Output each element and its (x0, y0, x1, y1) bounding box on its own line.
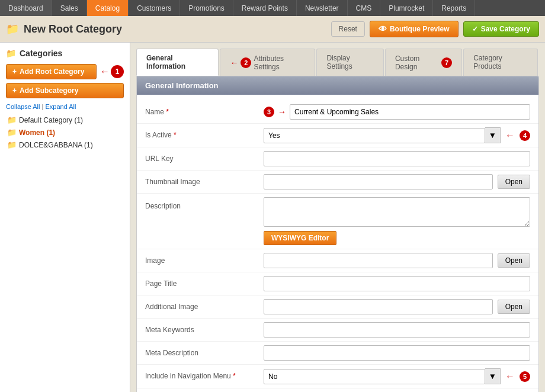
add-subcategory-button[interactable]: + Add Subcategory (6, 83, 124, 98)
url-key-input[interactable] (264, 151, 530, 166)
tab-display-settings[interactable]: Display Settings (316, 49, 384, 76)
nav-reward-points[interactable]: Reward Points (233, 0, 297, 16)
tree-item-dolce[interactable]: 📁 DOLCE&GABBANA (1) (6, 139, 124, 151)
form-row-additional-image: Additional Image Open (137, 295, 538, 319)
form-row-is-active: Is Active * Yes No ▼ ← 4 (137, 124, 538, 147)
annotation-1: 1 (111, 65, 124, 78)
nav-promotions[interactable]: Promotions (180, 0, 233, 16)
field-additional-image: Open (264, 299, 530, 314)
tab-custom-design[interactable]: Custom Design 7 (385, 49, 462, 76)
nav-sales[interactable]: Sales (52, 0, 87, 16)
tab-category-products[interactable]: Category Products (463, 49, 538, 76)
meta-keywords-input[interactable] (264, 322, 530, 338)
form-row-delivery-date: Estimated Delivery Date 📅 (137, 388, 538, 392)
meta-description-input[interactable] (264, 345, 530, 361)
form-container: General Information Name * 3 → (136, 76, 539, 392)
ann3-arrow: → (278, 107, 286, 117)
plus-icon-sub: + (12, 86, 17, 95)
add-root-category-button[interactable]: + Add Root Category (6, 64, 97, 79)
field-nav-menu: No Yes ▼ ← 5 (264, 368, 530, 384)
image-input[interactable] (264, 253, 493, 268)
label-description: Description (145, 197, 264, 210)
annotation-4: 4 (520, 130, 530, 141)
nav-menu-select[interactable]: No Yes (264, 369, 485, 384)
content-area: General Information ← 2 Attributes Setti… (130, 43, 545, 392)
form-row-meta-keywords: Meta Keywords (137, 319, 538, 342)
thumbnail-open-button[interactable]: Open (498, 175, 530, 189)
thumbnail-input[interactable] (264, 174, 493, 189)
header-bar: 📁 New Root Category Reset 👁 Boutique Pre… (0, 16, 545, 43)
page-title: 📁 New Root Category (6, 23, 122, 36)
collapse-expand-links: Collapse All | Expand All (6, 103, 124, 110)
annotation-2-arrow: ← (230, 58, 238, 68)
folder-icon-women: 📁 (7, 128, 17, 137)
header-actions: Reset 👁 Boutique Preview ✓ Save Category (331, 21, 539, 37)
nav-catalog[interactable]: Catalog (87, 0, 129, 16)
label-image: Image (145, 253, 264, 265)
form-row-thumbnail: Thumbnail Image Open (137, 171, 538, 194)
description-textarea[interactable] (264, 197, 530, 227)
field-is-active: Yes No ▼ ← 4 (264, 127, 530, 143)
nav-customers[interactable]: Customers (129, 0, 180, 16)
field-url-key (264, 151, 530, 166)
annotation-3: 3 (264, 107, 274, 117)
folder-icon-dolce: 📁 (7, 140, 17, 149)
eye-icon: 👁 (379, 24, 387, 34)
nav-reports[interactable]: Reports (433, 0, 475, 16)
folder-icon-default: 📁 (7, 115, 17, 124)
folder-icon: 📁 (6, 49, 16, 58)
nav-menu-dropdown-btn[interactable]: ▼ (485, 368, 501, 384)
additional-image-input[interactable] (264, 299, 493, 314)
tree-item-default[interactable]: 📁 Default Category (1) (6, 114, 124, 126)
collapse-all-link[interactable]: Collapse All (6, 103, 40, 110)
is-active-select[interactable]: Yes No (264, 128, 485, 143)
plus-icon: + (12, 68, 17, 76)
field-meta-keywords (264, 322, 530, 338)
nav-cms[interactable]: CMS (348, 0, 381, 16)
nav-newsletter[interactable]: Newsletter (297, 0, 348, 16)
nav-plumrocket[interactable]: Plumrocket (380, 0, 433, 16)
page-title-icon: 📁 (6, 23, 19, 36)
label-is-active: Is Active * (145, 127, 264, 139)
is-active-dropdown-btn[interactable]: ▼ (485, 127, 501, 143)
name-input[interactable] (290, 104, 530, 120)
checkmark-icon: ✓ (472, 25, 478, 33)
field-thumbnail: Open (264, 174, 530, 189)
sidebar: 📁 Categories + Add Root Category ← 1 + A… (0, 43, 130, 392)
tab-attributes-settings[interactable]: ← 2 Attributes Settings (220, 49, 315, 76)
tab-general-information[interactable]: General Information (136, 49, 219, 76)
form-row-image: Image Open (137, 249, 538, 272)
category-tree: 📁 Default Category (1) 📁 Women (1) 📁 DOL… (6, 114, 124, 151)
form-section-header: General Information (137, 76, 538, 95)
add-root-row: + Add Root Category ← 1 (6, 64, 124, 79)
form-body: Name * 3 → Is Active * (137, 95, 538, 392)
image-open-button[interactable]: Open (498, 253, 530, 268)
label-name: Name * (145, 104, 264, 116)
form-row-page-title: Page Title (137, 272, 538, 295)
top-nav: Dashboard Sales Catalog Customers Promot… (0, 0, 545, 16)
label-nav-menu: Include in Navigation Menu * (145, 368, 264, 380)
save-category-button[interactable]: ✓ Save Category (463, 21, 539, 37)
annotation-2: 2 (241, 57, 251, 68)
label-meta-description: Meta Description (145, 345, 264, 357)
field-name: 3 → (264, 104, 530, 120)
form-row-description: Description WYSIWYG Editor (137, 194, 538, 249)
field-page-title (264, 276, 530, 291)
form-row-meta-description: Meta Description (137, 342, 538, 365)
field-image: Open (264, 253, 530, 268)
form-row-url-key: URL Key (137, 147, 538, 171)
tabs: General Information ← 2 Attributes Setti… (136, 49, 539, 76)
tree-item-women[interactable]: 📁 Women (1) (6, 126, 124, 139)
wysiwyg-button[interactable]: WYSIWYG Editor (264, 231, 336, 245)
nav-dashboard[interactable]: Dashboard (0, 0, 52, 16)
boutique-preview-button[interactable]: 👁 Boutique Preview (370, 21, 459, 37)
additional-image-open-button[interactable]: Open (498, 300, 530, 314)
page-title-input[interactable] (264, 276, 530, 291)
expand-all-link[interactable]: Expand All (45, 103, 76, 110)
form-row-name: Name * 3 → (137, 101, 538, 124)
sidebar-title: 📁 Categories (6, 49, 124, 58)
label-additional-image: Additional Image (145, 299, 264, 311)
annotation-1-arrow: ← (100, 66, 110, 77)
reset-button[interactable]: Reset (331, 21, 365, 37)
field-meta-description (264, 345, 530, 361)
